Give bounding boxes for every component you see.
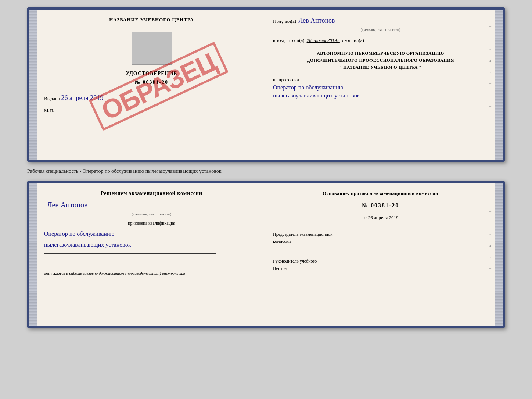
cert1-right-panel: Получил(а) Лев Антонов – (фамилия, имя, … <box>266 10 495 160</box>
vtom-row: в том, что он(а) 26 апреля 2019г. окончи… <box>273 38 488 43</box>
poluchil-row: Получил(а) Лев Антонов – <box>273 17 488 25</box>
mp-line: М.П. <box>44 108 259 114</box>
vydano-label: Выдано <box>44 96 60 101</box>
certificate-book-1: НАЗВАНИЕ УЧЕБНОГО ЦЕНТРА УДОСТОВЕРЕНИЕ №… <box>27 7 505 162</box>
professiya-line2: пылегазоулавливающих установок <box>273 92 488 99</box>
blank-line-3 <box>44 283 216 283</box>
org-line2: ДОПОЛНИТЕЛЬНОГО ПРОФЕССИОНАЛЬНОГО ОБРАЗО… <box>273 57 488 64</box>
cert1-number: № 00381-20 <box>44 79 259 85</box>
predsedatel-line1: Председатель экзаменационной <box>273 231 488 238</box>
predsedatel-block: Председатель экзаменационной комиссии <box>273 231 488 250</box>
protocol-number: № 00381-20 <box>273 202 488 209</box>
professiya-label: по профессии <box>273 77 299 82</box>
cert2-kvalif-1: Оператор по обслуживанию <box>44 231 259 237</box>
photo-placeholder <box>132 32 172 65</box>
ot-label: от <box>362 215 367 220</box>
poluchil-name: Лев Антонов <box>298 17 335 25</box>
cert2-right-panel: Основание: протокол экзаменационной коми… <box>266 183 495 326</box>
professiya-line1: Оператор по обслуживанию <box>273 84 488 91</box>
cert2-name: Лев Антонов <box>47 201 259 209</box>
rukovoditel-block: Руководитель учебного Центра <box>273 258 488 277</box>
professiya-block: по профессии Оператор по обслуживанию пы… <box>273 77 488 99</box>
spine-left-1 <box>29 10 37 160</box>
right-side-ticks-2: – – – и а ← – – <box>489 198 493 282</box>
certificate-book-2: Решением экзаменационной комиссии Лев Ан… <box>27 181 505 328</box>
fio-hint-1: (фамилия, имя, отчество) <box>273 28 488 32</box>
predsedatel-line2: комиссии <box>273 238 488 245</box>
poluchil-label: Получил(а) <box>273 18 296 24</box>
spine-left-2 <box>29 183 37 326</box>
spine-right-1 <box>495 10 503 160</box>
cert2-left-panel: Решением экзаменационной комиссии Лев Ан… <box>37 183 266 326</box>
vtom-date: 26 апреля 2019г. <box>307 38 340 43</box>
udostoverenie-label: УДОСТОВЕРЕНИЕ <box>44 71 259 76</box>
rukovoditel-line1: Руководитель учебного <box>273 258 488 265</box>
osnovaniye-title: Основание: протокол экзаменационной коми… <box>273 190 488 196</box>
spine-right-2 <box>495 183 503 326</box>
ot-date: 26 апреля 2019 <box>368 215 399 220</box>
dopuskaetsya-block: допускается к работе согласно должностны… <box>44 271 259 275</box>
dash-1: – <box>340 18 343 24</box>
dopuskaetsya-text: работе согласно должностным (производств… <box>69 271 185 275</box>
dopuskaetsya-label: допускается к <box>44 271 68 275</box>
vydano-date: 26 апреля 2019 <box>61 94 104 101</box>
org-line3: " НАЗВАНИЕ УЧЕБНОГО ЦЕНТРА " <box>273 64 488 71</box>
predsedatel-sig-line <box>273 248 402 248</box>
resheniye-title: Решением экзаменационной комиссии <box>44 190 259 196</box>
rukovoditel-line2: Центра <box>273 265 488 272</box>
rukovoditel-sig-line <box>273 275 391 275</box>
cert1-left-panel: НАЗВАНИЕ УЧЕБНОГО ЦЕНТРА УДОСТОВЕРЕНИЕ №… <box>37 10 266 160</box>
blank-line-1 <box>44 253 216 254</box>
prisvoena-label: присвоена квалификация <box>44 221 259 226</box>
cert2-kvalif-2: пылегазоулавливающих установок <box>44 242 259 248</box>
vydano-line: Выдано 26 апреля 2019 <box>44 94 259 102</box>
blank-line-2 <box>44 261 216 261</box>
cert1-title: НАЗВАНИЕ УЧЕБНОГО ЦЕНТРА <box>44 17 259 23</box>
vtom-label: в том, что он(а) <box>273 38 305 43</box>
okonchil-label: окончил(а) <box>342 38 364 43</box>
middle-caption: Рабочая специальность - Оператор по обсл… <box>27 166 505 177</box>
right-side-ticks: – – и а ← – – – – <box>489 24 493 120</box>
org-block: АВТОНОМНУЮ НЕКОММЕРЧЕСКУЮ ОРГАНИЗАЦИЮ ДО… <box>273 50 488 71</box>
fio-hint-2: (фамилия, имя, отчество) <box>44 212 259 216</box>
org-line1: АВТОНОМНУЮ НЕКОММЕРЧЕСКУЮ ОРГАНИЗАЦИЮ <box>273 50 488 57</box>
ot-line: от 26 апреля 2019 <box>273 215 488 221</box>
